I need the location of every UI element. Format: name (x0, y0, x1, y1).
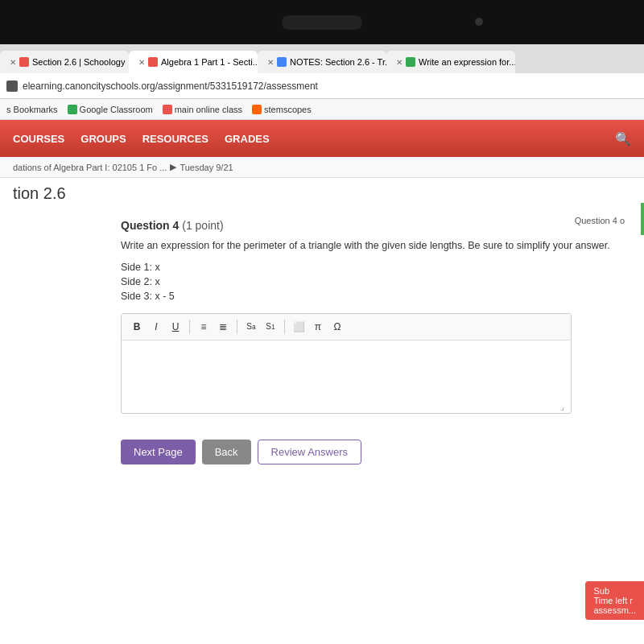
question-progress-bar (641, 203, 644, 235)
toolbar-image-button[interactable]: ⬜ (290, 318, 308, 336)
browser-window: ✕ Section 2.6 | Schoology ✕ Algebra 1 Pa… (0, 44, 644, 644)
side-1-info: Side 1: x (121, 262, 625, 273)
timer-line-2: Time left r (593, 596, 636, 605)
answer-text-editor: B I U ≡ ≣ Sa S1 ⬜ π Ω ⌟ (121, 313, 572, 414)
bookmark-bookmarks[interactable]: s Bookmarks (6, 105, 58, 114)
bookmark-stemscopes[interactable]: stemscopes (252, 105, 312, 114)
question-number: Question 4 (121, 219, 179, 232)
toolbar-list-ordered-button[interactable]: ≣ (214, 318, 232, 336)
question-text: Write an expression for the perimeter of… (121, 238, 625, 254)
tab-close-3[interactable]: ✕ (267, 58, 274, 67)
nav-resources[interactable]: RESOURCES (142, 130, 208, 148)
address-url[interactable]: elearning.canoncityschools.org/assignmen… (23, 80, 638, 92)
nav-courses[interactable]: COURSES (13, 130, 64, 148)
side-3-info: Side 3: x - 5 (121, 291, 625, 302)
timer-line-3: assessm... (593, 605, 636, 615)
address-favicon (6, 80, 18, 92)
breadcrumb-course: dations of Algebra Part I: 02105 1 Fo ..… (13, 163, 167, 172)
toolbar-omega-button[interactable]: Ω (328, 318, 346, 336)
bookmark-google-classroom[interactable]: Google Classroom (68, 105, 153, 114)
toolbar-separator-1 (189, 320, 190, 334)
bookmark-favicon-gcr (68, 105, 77, 114)
question-area: Question 4 o Question 4 (1 point) Write … (0, 203, 644, 427)
tab-favicon-2 (148, 57, 158, 67)
next-page-button[interactable]: Next Page (121, 440, 196, 464)
camera-dot (475, 18, 483, 26)
question-points: (1 point) (182, 219, 223, 232)
bookmark-label-gcr: Google Classroom (80, 105, 153, 114)
browser-tab-2[interactable]: ✕ Algebra 1 Part 1 - Secti... (129, 51, 258, 73)
review-answers-button[interactable]: Review Answers (258, 440, 361, 464)
schoology-header: COURSES GROUPS RESOURCES GRADES 🔍 (0, 120, 644, 157)
toolbar-separator-3 (284, 320, 285, 334)
toolbar-bold-button[interactable]: B (128, 318, 146, 336)
nav-items: COURSES GROUPS RESOURCES GRADES (13, 130, 270, 148)
tab-close-1[interactable]: ✕ (10, 58, 16, 67)
bookmark-favicon-stem (252, 105, 262, 114)
toolbar-underline-button[interactable]: U (167, 318, 184, 336)
side-1-label: Side 1: (121, 262, 152, 273)
bookmark-main-online[interactable]: main online class (163, 105, 242, 114)
tab-favicon-4 (406, 57, 415, 67)
nav-groups[interactable]: GROUPS (80, 130, 126, 148)
browser-tab-4[interactable]: ✕ Write an expression for... (386, 51, 515, 73)
nav-grades[interactable]: GRADES (225, 130, 270, 148)
toolbar-subscript-button[interactable]: S1 (262, 318, 279, 336)
answer-input-area[interactable]: ⌟ (122, 341, 571, 413)
tab-close-2[interactable]: ✕ (138, 58, 145, 67)
breadcrumb: dations of Algebra Part I: 02105 1 Fo ..… (0, 157, 644, 178)
camera-bar (0, 0, 644, 44)
breadcrumb-separator: ▶ (170, 162, 176, 172)
tab-close-4[interactable]: ✕ (396, 58, 402, 67)
toolbar-pi-button[interactable]: π (309, 318, 327, 336)
search-icon[interactable]: 🔍 (615, 131, 631, 147)
bookmarks-bar: s Bookmarks Google Classroom main online… (0, 99, 644, 120)
question-header: Question 4 (1 point) (121, 219, 625, 232)
tab-bar: ✕ Section 2.6 | Schoology ✕ Algebra 1 Pa… (0, 44, 644, 73)
camera-notch (282, 15, 362, 30)
side-2-label: Side 2: (121, 276, 152, 287)
browser-tab-3[interactable]: ✕ NOTES: Section 2.6 - Tr... (258, 51, 386, 73)
page-title: tion 2.6 (0, 178, 644, 203)
main-content: dations of Algebra Part I: 02105 1 Fo ..… (0, 157, 644, 644)
bookmark-label-stem: stemscopes (264, 105, 312, 114)
page-title-text: tion 2.6 (13, 184, 66, 202)
tab-label-4: Write an expression for... (419, 57, 515, 67)
side-3-value: x - 5 (155, 291, 174, 302)
breadcrumb-assignment: Tuesday 9/21 (180, 163, 233, 172)
toolbar-separator-2 (237, 320, 237, 334)
editor-toolbar: B I U ≡ ≣ Sa S1 ⬜ π Ω (122, 314, 571, 341)
question-badge: Question 4 o (575, 216, 625, 225)
toolbar-list-unordered-button[interactable]: ≡ (195, 318, 213, 336)
button-row: Next Page Back Review Answers (0, 427, 644, 477)
side-2-info: Side 2: x (121, 276, 625, 287)
tab-favicon-1 (19, 57, 29, 67)
back-button[interactable]: Back (202, 440, 251, 464)
tab-label-1: Section 2.6 | Schoology (32, 57, 125, 67)
bookmark-label-main: main online class (175, 105, 242, 114)
timer-widget: Sub Time left r assessm... (585, 581, 644, 620)
address-bar: elearning.canoncityschools.org/assignmen… (0, 73, 644, 99)
browser-tab-1[interactable]: ✕ Section 2.6 | Schoology (0, 51, 129, 73)
toolbar-superscript-button[interactable]: Sa (242, 318, 260, 336)
toolbar-italic-button[interactable]: I (147, 318, 165, 336)
editor-resize-handle[interactable]: ⌟ (560, 402, 568, 411)
side-1-value: x (155, 262, 159, 273)
timer-line-1: Sub (593, 586, 636, 596)
tab-favicon-3 (277, 57, 287, 67)
bookmark-label-bookmarks: s Bookmarks (6, 105, 58, 114)
tab-label-2: Algebra 1 Part 1 - Secti... (161, 57, 258, 67)
tab-label-3: NOTES: Section 2.6 - Tr... (290, 57, 386, 67)
side-2-value: x (155, 276, 159, 287)
side-3-label: Side 3: (121, 291, 152, 302)
bookmark-favicon-main (163, 105, 172, 114)
